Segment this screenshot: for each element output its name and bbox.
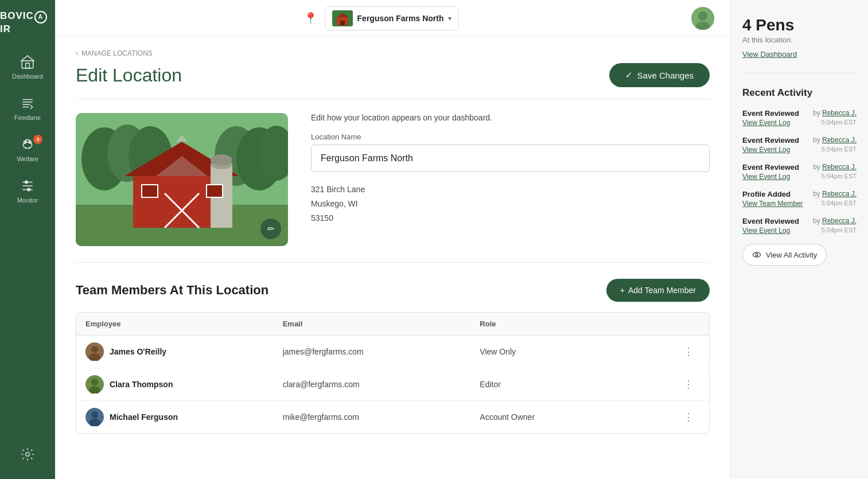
activity-by-name-3[interactable]: Rebecca J. xyxy=(822,190,857,198)
pens-section: 4 Pens At this location. View Dashboard xyxy=(742,16,857,73)
edit-image-button[interactable]: ✏ xyxy=(260,219,281,239)
col-employee: Employee xyxy=(85,320,283,328)
activity-event-2: Event Reviewed xyxy=(742,163,799,172)
feedlane-icon xyxy=(20,96,35,111)
activity-link-1[interactable]: View Event Log xyxy=(742,146,790,154)
table-row: James O'Reilly james@fergfarms.com View … xyxy=(76,336,709,368)
house-icon xyxy=(20,54,35,69)
employee-role-2: Editor xyxy=(480,380,677,389)
breadcrumb[interactable]: ‹ MANAGE LOCATIONS xyxy=(76,49,710,57)
recent-activity-section: Recent Activity Event Reviewed by Rebecc… xyxy=(742,87,857,266)
monitor-icon xyxy=(20,178,35,193)
employee-avatar-3 xyxy=(85,408,104,426)
row-menu-3[interactable]: ⋮ xyxy=(677,411,700,423)
add-member-label: Add Team Member xyxy=(628,286,696,295)
sidebar: BOVICAIR Dashboard Feedlane xyxy=(0,0,55,479)
add-team-member-button[interactable]: + Add Team Member xyxy=(606,279,710,302)
sidebar-item-feedlane[interactable]: Feedlane xyxy=(0,88,55,129)
farm-image-container: ✏ xyxy=(76,113,288,246)
team-table: Employee Email Role James O'Reilly james… xyxy=(76,312,710,434)
header-divider xyxy=(76,99,710,99)
activity-by-name-4[interactable]: Rebecca J. xyxy=(822,217,857,225)
address-line1: 321 Birch Lane xyxy=(311,182,710,197)
sidebar-item-monitor[interactable]: Monitor xyxy=(0,170,55,212)
form-subtitle: Edit how your location appears on your d… xyxy=(311,113,710,122)
activity-by-2: by Rebecca J. xyxy=(813,163,857,171)
address-line3: 53150 xyxy=(311,211,710,225)
page-content: ‹ MANAGE LOCATIONS Edit Location ✓ Save … xyxy=(55,37,730,479)
activity-item-3: Profile Added by Rebecca J. View Team Me… xyxy=(742,190,857,208)
col-actions xyxy=(677,320,700,328)
activity-link-4[interactable]: View Event Log xyxy=(742,227,790,235)
view-all-label: View All Activity xyxy=(766,251,817,259)
logo[interactable]: BOVICAIR xyxy=(0,0,55,41)
sidebar-item-welfare[interactable]: 3 Welfare xyxy=(0,129,55,170)
activity-by-name-1[interactable]: Rebecca J. xyxy=(822,136,857,144)
sidebar-item-label: Feedlane xyxy=(14,114,41,121)
svg-point-47 xyxy=(91,346,98,353)
sidebar-settings[interactable] xyxy=(20,441,35,479)
activity-item-1: Event Reviewed by Rebecca J. View Event … xyxy=(742,136,857,154)
farm-name-label: Ferguson Farms North xyxy=(357,14,444,23)
main-container: 📍 Ferguson Farms North ▾ xyxy=(55,0,868,479)
welfare-badge: 3 xyxy=(33,135,42,144)
svg-point-17 xyxy=(28,188,30,190)
activity-link-2[interactable]: View Event Log xyxy=(742,173,790,181)
view-all-activity-button[interactable]: View All Activity xyxy=(742,244,827,266)
page-title: Edit Location xyxy=(76,65,182,86)
svg-rect-0 xyxy=(22,60,33,68)
activity-by-0: by Rebecca J. xyxy=(813,109,857,117)
view-dashboard-link[interactable]: View Dashboard xyxy=(742,50,797,59)
employee-role-1: View Only xyxy=(480,347,677,356)
name-field-label: Location Name xyxy=(311,133,710,141)
activity-link-3[interactable]: View Team Member xyxy=(742,200,803,208)
activity-by-1: by Rebecca J. xyxy=(813,136,857,144)
activity-by-name-0[interactable]: Rebecca J. xyxy=(822,109,857,117)
recent-activity-title: Recent Activity xyxy=(742,87,857,99)
plus-icon: + xyxy=(620,286,625,295)
checkmark-icon: ✓ xyxy=(625,70,633,80)
employee-cell-1: James O'Reilly xyxy=(85,342,283,361)
svg-rect-1 xyxy=(26,63,30,68)
svg-point-56 xyxy=(756,254,758,256)
svg-point-16 xyxy=(25,181,28,183)
top-bar: 📍 Ferguson Farms North ▾ xyxy=(55,0,730,37)
save-btn-label: Save Changes xyxy=(637,71,694,80)
svg-point-42 xyxy=(211,154,232,166)
team-header: Team Members At This Location + Add Team… xyxy=(76,279,710,302)
farm-selector[interactable]: Ferguson Farms North ▾ xyxy=(325,6,460,30)
activity-time-2: 5:04pm EST xyxy=(822,173,857,180)
row-menu-2[interactable]: ⋮ xyxy=(677,378,700,391)
save-changes-button[interactable]: ✓ Save Changes xyxy=(609,63,710,87)
activity-item-4: Event Reviewed by Rebecca J. View Event … xyxy=(742,217,857,235)
activity-item-0: Event Reviewed by Rebecca J. View Event … xyxy=(742,109,857,127)
sidebar-item-label: Dashboard xyxy=(12,73,43,80)
svg-rect-43 xyxy=(142,185,158,197)
right-sidebar: 4 Pens At this location. View Dashboard … xyxy=(730,0,868,479)
svg-rect-22 xyxy=(340,21,345,25)
employee-cell-2: Clara Thompson xyxy=(85,375,283,394)
activity-link-0[interactable]: View Event Log xyxy=(742,119,790,127)
location-name-input[interactable] xyxy=(311,145,710,172)
team-section-title: Team Members At This Location xyxy=(76,283,268,298)
activity-time-3: 5:04pm EST xyxy=(822,200,857,207)
employee-email-3: mike@fergfarms.com xyxy=(283,412,480,422)
sidebar-item-label: Welfare xyxy=(17,155,38,162)
user-avatar[interactable] xyxy=(691,7,714,30)
settings-icon xyxy=(20,447,35,462)
page-header: Edit Location ✓ Save Changes xyxy=(76,63,710,87)
col-email: Email xyxy=(283,320,480,328)
row-menu-1[interactable]: ⋮ xyxy=(677,345,700,358)
address-block: 321 Birch Lane Muskego, WI 53150 xyxy=(311,182,710,226)
table-header: Employee Email Role xyxy=(76,313,709,336)
sidebar-item-dashboard[interactable]: Dashboard xyxy=(0,46,55,88)
employee-avatar-1 xyxy=(85,342,104,361)
svg-point-55 xyxy=(753,252,760,257)
employee-name-1: James O'Reilly xyxy=(110,347,166,356)
activity-by-name-2[interactable]: Rebecca J. xyxy=(822,163,857,171)
activity-event-0: Event Reviewed xyxy=(742,109,799,118)
employee-cell-3: Michael Ferguson xyxy=(85,408,283,426)
address-line2: Muskego, WI xyxy=(311,197,710,211)
activity-event-3: Profile Added xyxy=(742,190,791,198)
location-pin-icon: 📍 xyxy=(303,11,318,25)
